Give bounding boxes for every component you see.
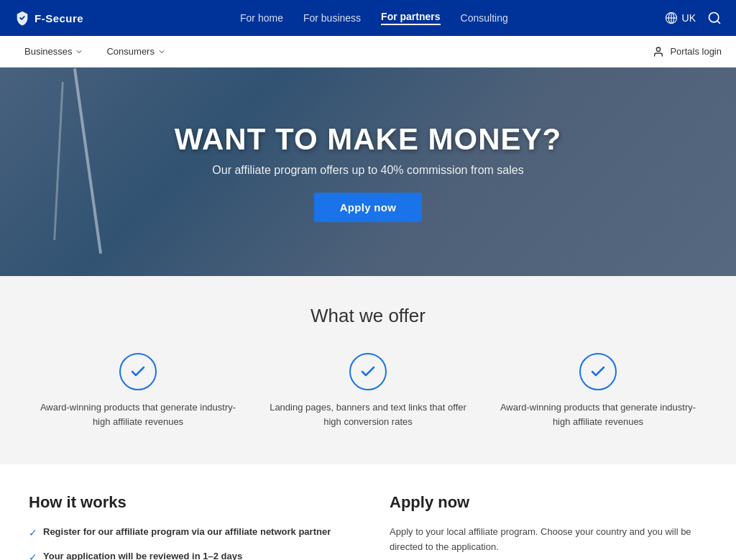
check-circle-icon-3 — [579, 353, 617, 390]
secondary-nav-left: Businesses Consumers — [14, 36, 176, 68]
apply-now-section: Apply now Apply to your local affiliate … — [390, 493, 707, 560]
check-circle-icon-2 — [349, 353, 387, 390]
checkmark-icon — [129, 363, 147, 380]
apply-now-title: Apply now — [390, 493, 707, 512]
top-navigation: F-Secure For home For business For partn… — [0, 0, 736, 36]
offer-title: What we offer — [14, 305, 722, 327]
offer-card-1: Award-winning products that generate ind… — [37, 353, 239, 428]
lower-section: How it works ✓ Register for our affiliat… — [0, 464, 736, 560]
nav-for-business[interactable]: For business — [303, 12, 361, 24]
step-2: ✓ Your application will be reviewed in 1… — [29, 549, 346, 560]
search-icon[interactable] — [707, 11, 722, 25]
svg-line-5 — [717, 21, 720, 24]
consumers-label: Consumers — [106, 46, 154, 57]
secondary-navigation: Businesses Consumers Portals login — [0, 36, 736, 68]
hero-apply-button[interactable]: Apply now — [314, 193, 423, 222]
person-icon — [653, 46, 664, 58]
offer-card-3: Award-winning products that generate ind… — [497, 353, 699, 428]
globe-icon — [665, 12, 678, 24]
top-nav-right: UK — [665, 11, 722, 25]
how-it-works-title: How it works — [29, 493, 346, 512]
chevron-down-icon — [75, 47, 83, 56]
portals-login[interactable]: Portals login — [653, 46, 722, 58]
portals-login-label: Portals login — [670, 46, 722, 57]
businesses-label: Businesses — [24, 46, 72, 57]
offer-card-text-3: Award-winning products that generate ind… — [497, 400, 699, 428]
logo-area[interactable]: F-Secure — [14, 10, 83, 26]
nav-consumers[interactable]: Consumers — [96, 36, 175, 68]
hero-mast-2 — [53, 82, 64, 240]
how-it-works: How it works ✓ Register for our affiliat… — [29, 493, 346, 560]
nav-for-home[interactable]: For home — [240, 12, 283, 24]
offer-card-text-1: Award-winning products that generate ind… — [37, 400, 239, 428]
hero-mast-1 — [73, 68, 102, 254]
nav-for-partners[interactable]: For partners — [381, 11, 440, 25]
offer-card-text-2: Landing pages, banners and text links th… — [267, 400, 469, 428]
check-icon-1: ✓ — [29, 525, 37, 541]
chevron-down-icon — [157, 47, 166, 56]
hero-section: WANT TO MAKE MONEY? Our affiliate progra… — [0, 68, 736, 276]
hero-title: WANT TO MAKE MONEY? — [175, 122, 562, 157]
region-label: UK — [682, 12, 696, 24]
check-icon-2: ✓ — [29, 550, 37, 560]
svg-point-6 — [657, 47, 661, 51]
nav-consulting[interactable]: Consulting — [461, 12, 508, 24]
f-secure-logo — [14, 10, 30, 26]
apply-description: Apply to your local affiliate program. C… — [390, 525, 707, 555]
checkmark-icon — [359, 363, 377, 380]
step-2-text: Your application will be reviewed in 1–2… — [43, 549, 242, 560]
step-1: ✓ Register for our affiliate program via… — [29, 525, 346, 541]
hero-subtitle: Our affiliate program offers up to 40% c… — [212, 164, 523, 177]
offer-cards: Award-winning products that generate ind… — [23, 353, 713, 428]
region-selector[interactable]: UK — [665, 12, 696, 24]
check-circle-icon-1 — [119, 353, 157, 390]
checkmark-icon — [589, 363, 607, 380]
main-nav-links: For home For business For partners Consu… — [240, 11, 508, 25]
logo-text: F-Secure — [34, 12, 83, 24]
nav-businesses[interactable]: Businesses — [14, 36, 93, 68]
offer-card-2: Landing pages, banners and text links th… — [267, 353, 469, 428]
offer-section: What we offer Award-winning products tha… — [0, 276, 736, 464]
step-1-text: Register for our affiliate program via o… — [43, 525, 331, 539]
